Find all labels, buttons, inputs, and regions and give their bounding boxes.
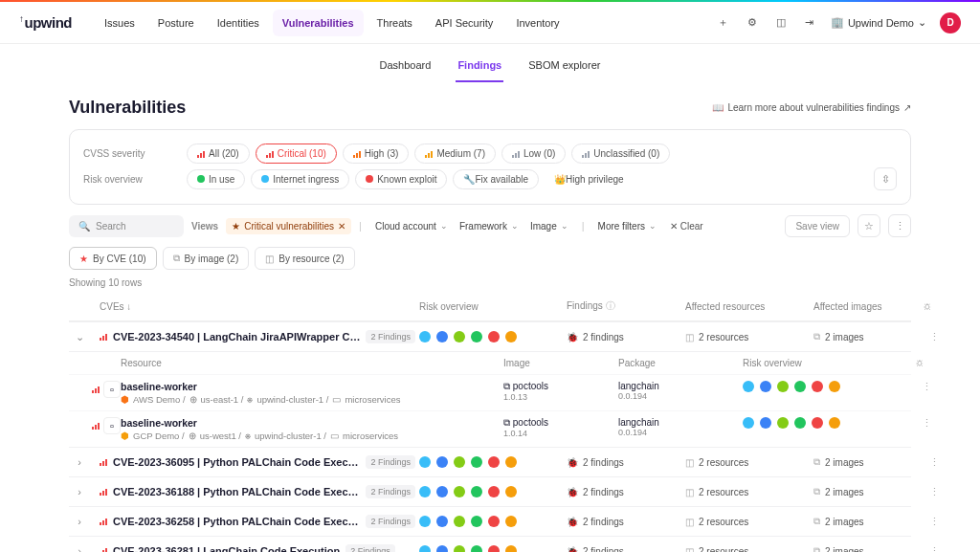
expand-caret[interactable]: › bbox=[73, 545, 86, 552]
nav-vulnerabilities[interactable]: Vulnerabilities bbox=[273, 10, 364, 36]
gear-icon[interactable]: ⚙ bbox=[745, 15, 760, 31]
findings-count: 🐞2 findings bbox=[567, 517, 681, 527]
risk-pill[interactable]: Internet ingress bbox=[251, 169, 349, 189]
expand-caret[interactable]: › bbox=[73, 516, 86, 527]
grouper[interactable]: ★ By CVE (10) bbox=[69, 247, 157, 270]
clear-filters[interactable]: ✕ Clear bbox=[670, 221, 703, 232]
risk-icons bbox=[419, 331, 563, 342]
col-resources[interactable]: Affected resources bbox=[685, 301, 810, 312]
sub-nav: DashboardFindingsSBOM explorer bbox=[0, 44, 980, 82]
org-switcher[interactable]: 🏢 Upwind Demo ⌄ bbox=[831, 16, 926, 29]
grouper[interactable]: ◫ By resource (2) bbox=[255, 247, 354, 270]
row-menu-icon[interactable]: ⋮ bbox=[923, 456, 946, 469]
risk-icons bbox=[419, 545, 563, 552]
expand-caret[interactable]: › bbox=[73, 486, 86, 497]
nav-identities[interactable]: Identities bbox=[208, 10, 269, 36]
table-row[interactable]: ›CVE-2023-36281 | LangChain Code Executi… bbox=[69, 536, 911, 552]
resource-row[interactable]: ▫baseline-worker⬢ GCP Demo / ⊕ us-west1 … bbox=[69, 410, 911, 447]
resource-row[interactable]: ▫baseline-worker⬢ AWS Demo / ⊕ us-east-1… bbox=[69, 374, 911, 410]
findings-badge: 2 Findings bbox=[366, 485, 415, 498]
resources-count: ◫2 resources bbox=[685, 546, 810, 553]
learn-more-link[interactable]: 📖 Learn more about vulnerabilities findi… bbox=[712, 102, 911, 113]
resource-name: baseline-worker bbox=[121, 381, 503, 392]
nav-issues[interactable]: Issues bbox=[95, 10, 145, 36]
expand-caret[interactable]: ⌄ bbox=[73, 331, 86, 343]
risk-pill[interactable]: In use bbox=[187, 169, 245, 189]
avatar[interactable]: D bbox=[940, 12, 961, 33]
risk-pill[interactable]: 👑High privilege bbox=[545, 169, 634, 189]
risk-icons bbox=[419, 516, 563, 527]
filter-dropdown-image[interactable]: Image bbox=[524, 217, 574, 235]
cve-title: CVE-2023-36281 | LangChain Code Executio… bbox=[113, 545, 340, 552]
col-cves[interactable]: CVEs bbox=[100, 301, 415, 312]
table-row[interactable]: ›CVE-2023-36095 | Python PALChain Code E… bbox=[69, 447, 911, 476]
severity-label: CVSS severity bbox=[83, 148, 179, 159]
search-input[interactable]: 🔍 Search bbox=[69, 215, 184, 237]
nav-posture[interactable]: Posture bbox=[148, 10, 204, 36]
group-by-tabs: ★ By CVE (10)⧉ By image (2)◫ By resource… bbox=[69, 247, 911, 270]
rows-info: Showing 10 rows bbox=[69, 277, 911, 288]
images-count: ⧉2 images bbox=[813, 486, 919, 497]
severity-pill[interactable]: Unclassified (0) bbox=[571, 144, 670, 164]
more-filters-dropdown[interactable]: More filters bbox=[592, 217, 662, 235]
logout-icon[interactable]: ⇥ bbox=[802, 15, 817, 31]
row-menu-icon[interactable]: ⋮ bbox=[915, 417, 938, 430]
grouper[interactable]: ⧉ By image (2) bbox=[163, 247, 250, 270]
panel-icon[interactable]: ◫ bbox=[773, 15, 789, 31]
risk-icons bbox=[743, 381, 915, 392]
expand-caret[interactable]: › bbox=[73, 456, 86, 468]
table-row[interactable]: ›CVE-2023-36188 | Python PALChain Code E… bbox=[69, 476, 911, 506]
resources-count: ◫2 resources bbox=[685, 457, 810, 468]
more-menu-icon[interactable]: ⋮ bbox=[888, 214, 911, 237]
table-row[interactable]: ⌄CVE-2023-34540 | LangChain JiraAPIWrapp… bbox=[69, 321, 911, 351]
row-menu-icon[interactable]: ⋮ bbox=[923, 545, 946, 553]
org-name: Upwind Demo bbox=[848, 17, 914, 29]
severity-icon bbox=[100, 518, 107, 525]
col-images[interactable]: Affected images bbox=[813, 301, 919, 312]
severity-pill[interactable]: All (20) bbox=[187, 144, 250, 164]
resources-count: ◫2 resources bbox=[685, 517, 810, 527]
row-menu-icon[interactable]: ⋮ bbox=[915, 381, 938, 393]
filter-dropdown-framework[interactable]: Framework bbox=[454, 217, 524, 235]
active-view-chip[interactable]: ★ Critical vulnerabilities ✕ bbox=[226, 218, 351, 234]
nav-threats[interactable]: Threats bbox=[368, 10, 422, 36]
subnav-dashboard[interactable]: Dashboard bbox=[378, 54, 434, 82]
resource-icons: ▫ bbox=[92, 417, 121, 434]
col-findings[interactable]: Findings ⓘ bbox=[567, 299, 681, 313]
findings-count: 🐞2 findings bbox=[567, 487, 681, 497]
table-header: CVEs Risk overview Findings ⓘ Affected r… bbox=[69, 292, 911, 321]
severity-pill[interactable]: Medium (7) bbox=[414, 144, 496, 164]
row-menu-icon[interactable]: ⋮ bbox=[923, 516, 946, 528]
risk-pill[interactable]: 🔧Fix available bbox=[453, 169, 539, 189]
add-icon[interactable]: ＋ bbox=[716, 15, 731, 31]
risk-icons bbox=[419, 486, 563, 497]
col-settings-icon[interactable]: ⛭ bbox=[923, 301, 946, 312]
findings-badge: 2 Findings bbox=[366, 330, 415, 343]
filter-collapse-icon[interactable]: ⇳ bbox=[874, 167, 897, 190]
nav-api-security[interactable]: API Security bbox=[426, 10, 503, 36]
resources-count: ◫2 resources bbox=[685, 332, 810, 342]
row-menu-icon[interactable]: ⋮ bbox=[923, 486, 946, 498]
subnav-findings[interactable]: Findings bbox=[456, 54, 503, 82]
row-menu-icon[interactable]: ⋮ bbox=[923, 331, 946, 343]
logo[interactable]: upwind bbox=[19, 14, 72, 31]
severity-pill[interactable]: High (3) bbox=[343, 144, 410, 164]
severity-icon bbox=[100, 488, 107, 496]
severity-pill[interactable]: Low (0) bbox=[501, 144, 566, 164]
findings-badge: 2 Findings bbox=[366, 455, 415, 469]
severity-pill[interactable]: Critical (10) bbox=[256, 144, 337, 164]
table-row[interactable]: ›CVE-2023-36258 | Python PALChain Code E… bbox=[69, 506, 911, 536]
filter-dropdown-cloud-account[interactable]: Cloud account bbox=[369, 217, 454, 235]
subnav-sbom-explorer[interactable]: SBOM explorer bbox=[526, 54, 602, 82]
cve-title: CVE-2023-36095 | Python PALChain Code Ex… bbox=[113, 456, 360, 468]
risk-pill[interactable]: Known exploit bbox=[355, 169, 447, 189]
filter-card: CVSS severity All (20)Critical (10)High … bbox=[69, 129, 911, 205]
views-label: Views bbox=[191, 221, 218, 232]
images-count: ⧉2 images bbox=[813, 516, 919, 527]
severity-icon bbox=[100, 547, 107, 552]
resource-icons: ▫ bbox=[92, 381, 121, 398]
nav-inventory[interactable]: Inventory bbox=[506, 10, 568, 36]
col-risk[interactable]: Risk overview bbox=[419, 301, 563, 312]
bookmark-icon[interactable]: ☆ bbox=[858, 214, 880, 237]
save-view-button[interactable]: Save view bbox=[785, 215, 850, 237]
